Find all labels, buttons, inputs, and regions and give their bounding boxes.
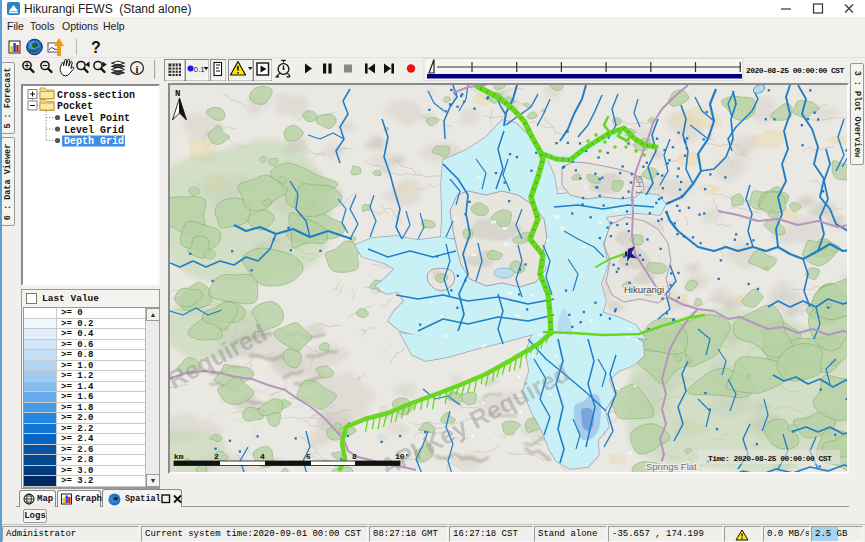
svg-text:Springs Flat: Springs Flat (646, 461, 697, 472)
svg-text:0.1: 0.1 (194, 65, 206, 74)
svg-text:i: i (135, 64, 138, 75)
svg-text:Depth Grid: Depth Grid (64, 136, 124, 147)
svg-text:Level Point: Level Point (64, 113, 130, 124)
svg-text:N: N (175, 89, 180, 99)
svg-text:Time: 2020-08-25 00:00:00 CST: Time: 2020-08-25 00:00:00 CST (708, 454, 832, 463)
svg-text:10: 10 (395, 452, 405, 461)
svg-text:4: 4 (260, 452, 265, 461)
svg-text:Hikurangi: Hikurangi (624, 284, 664, 295)
svg-text:SH 1: SH 1 (634, 175, 644, 195)
svg-text:2020-08-25 00:00:00 CST: 2020-08-25 00:00:00 CST (746, 66, 845, 75)
svg-text:6: 6 (306, 452, 311, 461)
svg-text:?: ? (91, 39, 101, 56)
svg-text:Level Grid: Level Grid (64, 125, 124, 136)
svg-text:2: 2 (214, 452, 219, 461)
svg-text:8: 8 (352, 452, 357, 461)
svg-text:km: km (174, 452, 184, 461)
svg-text:Pocket: Pocket (57, 101, 93, 112)
svg-text:Cross-section: Cross-section (57, 90, 135, 101)
